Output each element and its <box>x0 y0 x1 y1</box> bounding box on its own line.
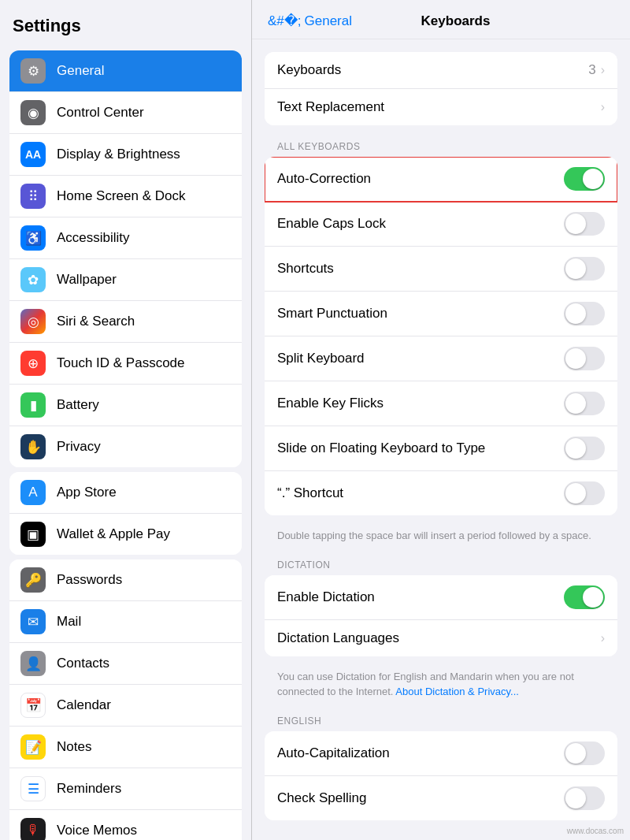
sidebar-title: Settings <box>0 0 251 46</box>
row-label-dictation-languages: Dictation Languages <box>277 630 601 646</box>
settings-row-check-spelling[interactable]: Check Spelling <box>265 776 617 820</box>
row-label-slide-floating: Slide on Floating Keyboard to Type <box>277 440 564 456</box>
accessibility-icon: ♿ <box>20 225 46 251</box>
sidebar-item-notes[interactable]: 📝Notes <box>9 727 242 768</box>
row-label-enable-key-flicks: Enable Key Flicks <box>277 396 564 411</box>
sidebar-item-appstore[interactable]: AApp Store <box>9 472 242 514</box>
content-panel: &#�; General Keyboards Keyboards3›Text R… <box>252 0 630 840</box>
back-chevron-icon: &#�; <box>268 13 302 29</box>
sidebar-group-1: AApp Store▣Wallet & Apple Pay <box>9 472 242 555</box>
toggle-shortcuts[interactable] <box>564 257 605 281</box>
settings-row-text-replacement[interactable]: Text Replacement› <box>265 89 617 125</box>
toggle-smart-punctuation[interactable] <box>564 302 605 325</box>
sidebar-item-voicememos[interactable]: 🎙Voice Memos <box>9 810 242 840</box>
settings-row-auto-capitalization[interactable]: Auto-Capitalization <box>265 731 617 776</box>
sidebar-item-reminders[interactable]: ☰Reminders <box>9 768 242 810</box>
settings-row-period-shortcut[interactable]: “.” Shortcut <box>265 471 617 515</box>
settings-row-slide-floating[interactable]: Slide on Floating Keyboard to Type <box>265 426 617 471</box>
general-icon: ⚙ <box>20 58 46 84</box>
sidebar-group-2: 🔑Passwords✉Mail👤Contacts📅Calendar📝Notes☰… <box>9 559 242 840</box>
settings-group-dictation: Enable DictationDictation Languages› <box>265 575 617 656</box>
reminders-icon: ☰ <box>20 776 46 801</box>
sidebar-item-accessibility[interactable]: ♿Accessibility <box>9 217 242 259</box>
settings-row-split-keyboard[interactable]: Split Keyboard <box>265 336 617 381</box>
settings-row-enable-dictation[interactable]: Enable Dictation <box>265 575 617 620</box>
sidebar-group-0: ⚙General◉Control CenterAADisplay & Brigh… <box>9 50 242 467</box>
sidebar-item-label-contacts: Contacts <box>57 656 109 671</box>
homescreen-icon: ⠿ <box>20 184 46 209</box>
sidebar-item-passwords[interactable]: 🔑Passwords <box>9 559 242 601</box>
sidebar-item-wallpaper[interactable]: ✿Wallpaper <box>9 259 242 301</box>
row-label-period-shortcut: “.” Shortcut <box>277 485 564 501</box>
sidebar-item-label-touchid: Touch ID & Passcode <box>57 355 185 371</box>
sidebar-item-homescreen[interactable]: ⠿Home Screen & Dock <box>9 176 242 217</box>
sidebar-item-controlcenter[interactable]: ◉Control Center <box>9 92 242 134</box>
sidebar-item-label-homescreen: Home Screen & Dock <box>57 188 185 204</box>
row-label-shortcuts: Shortcuts <box>277 261 564 277</box>
row-label-auto-correction: Auto-Correction <box>277 171 564 187</box>
toggle-auto-capitalization[interactable] <box>564 742 605 765</box>
contacts-icon: 👤 <box>20 651 46 676</box>
sidebar-item-label-wallet: Wallet & Apple Pay <box>57 526 170 542</box>
toggle-knob-shortcuts <box>565 258 586 279</box>
row-label-text-replacement: Text Replacement <box>277 99 601 115</box>
toggle-period-shortcut[interactable] <box>564 481 605 505</box>
sidebar-item-label-appstore: App Store <box>57 485 117 500</box>
settings-row-auto-correction[interactable]: Auto-Correction <box>265 157 617 202</box>
toggle-knob-enable-key-flicks <box>565 393 586 414</box>
privacy-icon: ✋ <box>20 434 46 459</box>
sidebar-item-calendar[interactable]: 📅Calendar <box>9 685 242 727</box>
row-label-check-spelling: Check Spelling <box>277 790 564 806</box>
settings-row-enable-key-flicks[interactable]: Enable Key Flicks <box>265 381 617 426</box>
toggle-slide-floating[interactable] <box>564 437 605 460</box>
sidebar-item-label-voicememos: Voice Memos <box>57 823 137 838</box>
sidebar-item-label-accessibility: Accessibility <box>57 230 130 246</box>
sidebar-item-touchid[interactable]: ⊕Touch ID & Passcode <box>9 343 242 385</box>
settings-row-keyboards[interactable]: Keyboards3› <box>265 52 617 89</box>
notes-icon: 📝 <box>20 734 46 760</box>
section-label-dictation: DICTATION <box>265 552 617 575</box>
sidebar-item-siri[interactable]: ◎Siri & Search <box>9 301 242 343</box>
sidebar-item-general[interactable]: ⚙General <box>9 50 242 92</box>
row-label-split-keyboard: Split Keyboard <box>277 351 564 366</box>
settings-group-all-keyboards: Auto-CorrectionEnable Caps LockShortcuts… <box>265 157 617 515</box>
settings-group-english: Auto-CapitalizationCheck Spelling <box>265 731 617 820</box>
controlcenter-icon: ◉ <box>20 100 46 125</box>
settings-row-smart-punctuation[interactable]: Smart Punctuation <box>265 292 617 336</box>
settings-row-shortcuts[interactable]: Shortcuts <box>265 247 617 292</box>
section-label-english: ENGLISH <box>265 708 617 731</box>
back-label: General <box>305 13 352 29</box>
back-button[interactable]: &#�; General <box>268 13 352 29</box>
page-title: Keyboards <box>360 13 551 29</box>
row-label-smart-punctuation: Smart Punctuation <box>277 306 564 322</box>
toggle-enable-caps-lock[interactable] <box>564 212 605 236</box>
section-label-all-keyboards: ALL KEYBOARDS <box>265 133 617 157</box>
sidebar-item-label-notes: Notes <box>57 739 91 755</box>
chevron-icon-dictation-languages: › <box>601 631 605 645</box>
watermark: www.docas.com <box>567 827 624 835</box>
sidebar-item-battery[interactable]: ▮Battery <box>9 385 242 426</box>
toggle-enable-dictation[interactable] <box>564 585 605 609</box>
sidebar-item-wallet[interactable]: ▣Wallet & Apple Pay <box>9 514 242 555</box>
sidebar-item-contacts[interactable]: 👤Contacts <box>9 643 242 685</box>
toggle-knob-check-spelling <box>565 788 586 808</box>
toggle-knob-auto-correction <box>583 169 603 189</box>
sidebar-item-mail[interactable]: ✉Mail <box>9 601 242 643</box>
settings-row-enable-caps-lock[interactable]: Enable Caps Lock <box>265 202 617 247</box>
toggle-check-spelling[interactable] <box>564 786 605 810</box>
sidebar-item-label-mail: Mail <box>57 614 81 630</box>
wallet-icon: ▣ <box>20 522 46 547</box>
sidebar-item-display[interactable]: AADisplay & Brightness <box>9 134 242 176</box>
toggle-enable-key-flicks[interactable] <box>564 392 605 415</box>
sidebar-item-privacy[interactable]: ✋Privacy <box>9 426 242 467</box>
sidebar-item-label-display: Display & Brightness <box>57 147 180 162</box>
section-note-link-dictation[interactable]: About Dictation & Privacy... <box>395 686 519 697</box>
toggle-split-keyboard[interactable] <box>564 347 605 370</box>
settings-row-dictation-languages[interactable]: Dictation Languages› <box>265 620 617 656</box>
voicememos-icon: 🎙 <box>20 818 46 840</box>
battery-icon: ▮ <box>20 392 46 418</box>
toggle-auto-correction[interactable] <box>564 167 605 191</box>
toggle-knob-smart-punctuation <box>565 303 586 324</box>
chevron-icon-text-replacement: › <box>601 100 605 114</box>
sidebar: Settings ⚙General◉Control CenterAADispla… <box>0 0 252 840</box>
